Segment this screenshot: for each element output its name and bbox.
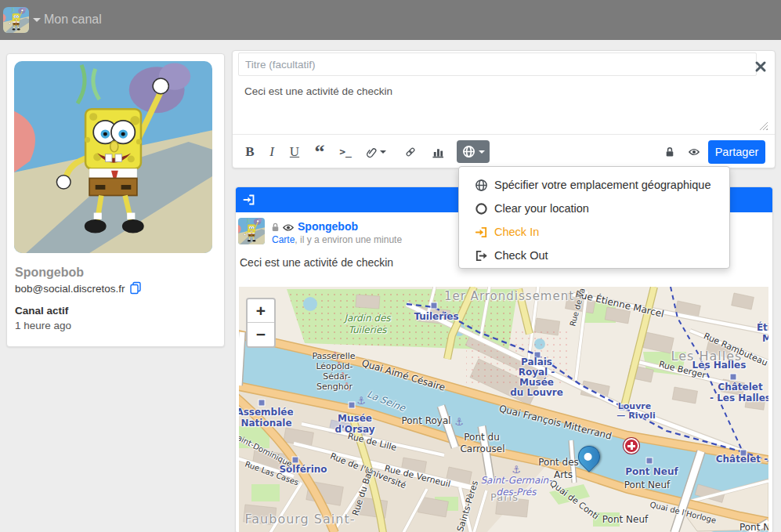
menu-item-label: Spécifier votre emplacement géographique xyxy=(494,179,710,191)
close-icon[interactable] xyxy=(754,60,767,73)
location-dropdown-menu: Spécifier votre emplacement géographique… xyxy=(458,166,730,269)
profile-card: Spongebob bob@social.discretos.fr Canal … xyxy=(6,53,225,347)
attach-button[interactable] xyxy=(361,140,391,163)
sign-in-icon xyxy=(475,226,488,239)
map-zoom-control: + − xyxy=(246,298,276,348)
zoom-in-button[interactable]: + xyxy=(248,299,274,323)
sign-out-icon xyxy=(475,249,488,262)
spongebob-avatar-image xyxy=(238,218,265,244)
location-menu-button[interactable] xyxy=(457,140,490,163)
sign-in-icon xyxy=(243,194,255,206)
share-button[interactable]: Partager xyxy=(708,140,765,164)
zoom-out-button[interactable]: − xyxy=(248,323,274,346)
menu-item-label: Check Out xyxy=(494,249,548,262)
post-editor: Ceci est une activité de checkin B I U “… xyxy=(232,50,776,168)
post-location-link[interactable]: Carte xyxy=(272,234,295,245)
profile-photo[interactable] xyxy=(14,61,212,253)
globe-icon xyxy=(475,179,488,192)
navbar-channel-title[interactable]: Mon canal xyxy=(44,13,102,27)
channel-status-time: 1 heure ago xyxy=(15,320,71,331)
eye-icon xyxy=(689,147,700,157)
post-author-link[interactable]: Spongebob xyxy=(298,220,358,233)
chevron-down-icon[interactable] xyxy=(33,18,41,22)
visibility-eye-icon xyxy=(283,223,294,232)
post-author-avatar[interactable] xyxy=(238,218,265,244)
bar-chart-icon xyxy=(432,146,444,158)
menu-item-label: Clear your location xyxy=(494,202,589,215)
quote-button[interactable]: “ xyxy=(309,140,330,163)
code-button[interactable]: >_ xyxy=(334,140,356,163)
globe-icon xyxy=(462,145,475,158)
menu-item-label: Check In xyxy=(494,226,539,238)
copy-icon[interactable] xyxy=(129,281,142,295)
profile-address: bob@social.discretos.fr xyxy=(15,283,125,295)
circle-icon xyxy=(475,202,488,215)
title-input[interactable] xyxy=(238,52,757,76)
menu-item-check-in[interactable]: Check In xyxy=(459,220,729,244)
bold-button[interactable]: B xyxy=(240,140,259,163)
caret-down-icon xyxy=(479,150,485,154)
spongebob-profile-image xyxy=(14,61,212,253)
channel-status-label: Canal actif xyxy=(15,305,68,317)
page: Mon canal Spongebob bob@social.discretos… xyxy=(0,0,781,532)
map-canvas[interactable]: 1er ArrondissementLes HallesFaubourg Sai… xyxy=(239,287,768,532)
spongebob-avatar-image xyxy=(3,7,29,33)
underline-button[interactable]: U xyxy=(284,140,305,163)
lock-icon xyxy=(665,146,674,158)
channel-avatar[interactable] xyxy=(3,7,29,33)
map-tiles xyxy=(239,287,768,532)
menu-item-clear-location[interactable]: Clear your location xyxy=(459,197,729,220)
post-meta: Carte, il y a environ une minute xyxy=(272,234,402,245)
link-icon xyxy=(405,146,416,158)
post-body-text: Ceci est une activité de checkin xyxy=(240,256,393,269)
post-body-textarea[interactable]: Ceci est une activité de checkin xyxy=(238,79,767,130)
italic-button[interactable]: I xyxy=(262,140,281,163)
hospital-marker[interactable] xyxy=(624,438,639,454)
paperclip-icon xyxy=(366,145,377,159)
private-lock-icon xyxy=(271,223,280,232)
permissions-lock-button[interactable] xyxy=(660,140,679,163)
preview-eye-button[interactable] xyxy=(684,140,704,163)
navbar: Mon canal xyxy=(0,0,781,40)
editor-toolbar: B I U “ >_ xyxy=(233,134,775,168)
caret-down-icon xyxy=(380,150,386,154)
chart-button[interactable] xyxy=(427,140,449,163)
menu-item-check-out[interactable]: Check Out xyxy=(459,244,729,267)
profile-name: Spongebob xyxy=(15,266,84,280)
post-timestamp: , il y a environ une minute xyxy=(295,234,402,245)
link-button[interactable] xyxy=(400,140,421,163)
menu-item-set-location[interactable]: Spécifier votre emplacement géographique xyxy=(459,173,729,197)
